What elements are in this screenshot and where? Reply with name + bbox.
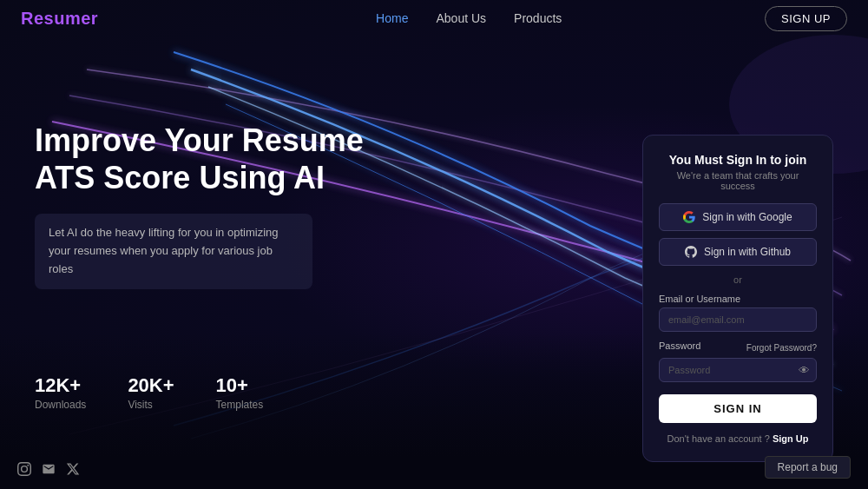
stat-visits-value: 20K+ xyxy=(128,374,174,397)
email-input[interactable] xyxy=(659,307,817,332)
forgot-password-link[interactable]: Forgot Password? xyxy=(746,343,817,353)
or-divider: or xyxy=(659,274,817,285)
report-bug-button[interactable]: Report a bug xyxy=(765,456,851,479)
hero-title: Improve Your Resume ATS Score Using AI xyxy=(35,122,365,196)
google-icon xyxy=(683,211,695,223)
nav-home[interactable]: Home xyxy=(376,11,408,25)
password-label: Password xyxy=(659,340,700,351)
nav-links: Home About Us Products xyxy=(376,11,562,25)
password-wrapper: 👁 xyxy=(659,358,817,382)
stat-downloads-label: Downloads xyxy=(35,399,86,411)
google-signin-button[interactable]: Sign in with Google xyxy=(659,203,817,231)
navbar: Resumer Home About Us Products SIGN UP xyxy=(0,0,868,36)
stat-templates: 10+ Templates xyxy=(216,374,264,411)
email-icon[interactable] xyxy=(42,462,56,479)
stat-visits: 20K+ Visits xyxy=(128,374,174,411)
password-row: Password Forgot Password? xyxy=(659,340,817,354)
nav-about[interactable]: About Us xyxy=(436,11,486,25)
stat-downloads: 12K+ Downloads xyxy=(35,374,86,411)
stat-downloads-value: 12K+ xyxy=(35,374,86,397)
toggle-password-icon[interactable]: 👁 xyxy=(799,364,810,377)
github-signin-button[interactable]: Sign in with Github xyxy=(659,238,817,266)
signin-title: You Must Sign In to join xyxy=(659,153,817,167)
google-signin-label: Sign in with Google xyxy=(702,211,792,223)
signup-link[interactable]: Sign Up xyxy=(773,433,809,444)
signin-subtitle: We're a team that crafts your success xyxy=(659,170,817,191)
footer-icons xyxy=(17,462,80,479)
nav-products[interactable]: Products xyxy=(514,11,562,25)
no-account-label: Don't have an account ? xyxy=(667,433,770,444)
nav-signup-button[interactable]: SIGN UP xyxy=(765,6,847,31)
github-icon xyxy=(685,246,697,258)
stat-visits-label: Visits xyxy=(128,399,174,411)
email-label: Email or Username xyxy=(659,294,817,304)
signin-submit-button[interactable]: SIGN IN xyxy=(659,394,817,423)
brand-logo: Resumer xyxy=(21,9,98,29)
instagram-icon[interactable] xyxy=(17,462,31,479)
stat-templates-label: Templates xyxy=(216,399,264,411)
stats-section: 12K+ Downloads 20K+ Visits 10+ Templates xyxy=(35,374,263,411)
signin-card: You Must Sign In to join We're a team th… xyxy=(642,135,833,462)
stat-templates-value: 10+ xyxy=(216,374,264,397)
no-account-text: Don't have an account ? Sign Up xyxy=(659,433,817,444)
hero-description: Let AI do the heavy lifting for you in o… xyxy=(35,214,312,288)
password-input[interactable] xyxy=(659,358,817,382)
hero-section: Improve Your Resume ATS Score Using AI L… xyxy=(35,122,365,289)
twitter-icon[interactable] xyxy=(66,462,80,479)
github-signin-label: Sign in with Github xyxy=(704,246,791,258)
